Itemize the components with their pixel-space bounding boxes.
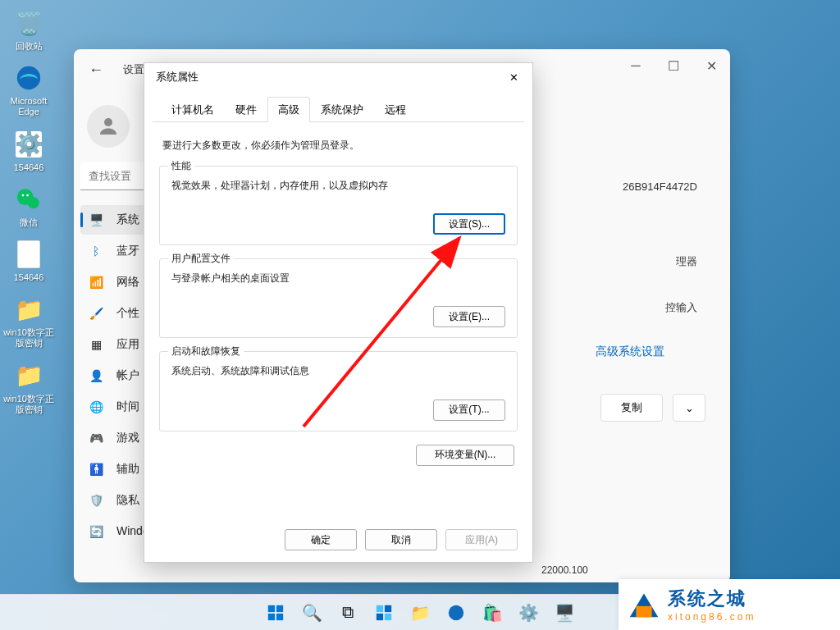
start-button[interactable] xyxy=(261,598,290,628)
nav-label: 帐户 xyxy=(116,368,139,383)
person-icon: 👤 xyxy=(89,368,103,383)
watermark-title: 系统之城 xyxy=(668,587,756,611)
svg-rect-8 xyxy=(276,605,283,611)
settings-title: 设置 xyxy=(123,62,144,77)
desktop-icon-edge[interactable]: Microsoft Edge xyxy=(0,62,57,117)
tab-system-protection[interactable]: 系统保护 xyxy=(310,97,374,122)
file-explorer-button[interactable]: 📁 xyxy=(405,598,435,628)
tab-remote[interactable]: 远程 xyxy=(374,97,417,122)
svg-rect-10 xyxy=(276,613,283,619)
profile-settings-button[interactable]: 设置(E)... xyxy=(433,306,505,327)
desktop-icon-file-1[interactable]: ⚙️ 154646 xyxy=(0,128,57,173)
window-controls: ─ ☐ ✕ xyxy=(617,49,730,82)
update-icon: 🔄 xyxy=(89,524,103,539)
startup-recovery-group: 启动和故障恢复 系统启动、系统故障和调试信息 设置(T)... xyxy=(159,351,518,431)
tab-computer-name[interactable]: 计算机名 xyxy=(161,97,225,122)
advanced-system-settings-link[interactable]: 高级系统设置 xyxy=(596,345,664,359)
desktop-icon-label: 154646 xyxy=(0,272,57,283)
maximize-button[interactable]: ☐ xyxy=(655,49,692,82)
desktop-icon-folder-1[interactable]: 📁 win10数字正版密钥 xyxy=(0,293,57,349)
product-id-fragment: 26B914F4472D xyxy=(623,180,697,193)
text-file-icon xyxy=(12,238,45,271)
watermark-logo-icon xyxy=(625,586,663,623)
dialog-footer: 确定 取消 应用(A) xyxy=(144,521,532,562)
group-title: 启动和故障恢复 xyxy=(168,345,244,358)
settings-taskbar-button[interactable]: ⚙️ xyxy=(514,598,543,628)
dialog-tabs: 计算机名 硬件 高级 系统保护 远程 xyxy=(153,96,524,122)
settings-file-icon: ⚙️ xyxy=(12,128,45,161)
watermark: 系统之城 xitong86.com xyxy=(619,579,840,630)
apps-icon: ▦ xyxy=(89,337,103,352)
nav-label: 辅助 xyxy=(116,462,139,477)
desktop-icon-wechat[interactable]: 微信 xyxy=(0,183,57,228)
app-taskbar-button[interactable]: 🖥️ xyxy=(550,598,579,628)
svg-rect-9 xyxy=(268,613,275,619)
folder-icon: 📁 xyxy=(12,359,45,392)
back-button[interactable]: ← xyxy=(84,57,108,82)
nav-label: 个性 xyxy=(116,306,139,321)
desktop-icon-label: Microsoft Edge xyxy=(0,96,57,117)
version-number: 22000.100 xyxy=(541,564,588,576)
watermark-url: xitong86.com xyxy=(668,611,756,623)
globe-icon: 🌐 xyxy=(89,399,103,414)
performance-settings-button[interactable]: 设置(S)... xyxy=(433,213,505,235)
nav-label: 系统 xyxy=(116,212,139,227)
svg-point-3 xyxy=(22,194,25,196)
search-button[interactable]: 🔍 xyxy=(297,598,326,628)
group-desc: 与登录帐户相关的桌面设置 xyxy=(171,271,505,286)
copy-button[interactable]: 复制 xyxy=(600,394,663,422)
desktop-icon-folder-2[interactable]: 📁 win10数字正版密钥 xyxy=(0,359,57,415)
wechat-icon xyxy=(12,183,45,216)
tab-hardware[interactable]: 硬件 xyxy=(225,97,267,122)
svg-rect-16 xyxy=(636,606,651,617)
desktop-icon-recycle-bin[interactable]: 🗑️ 回收站 xyxy=(0,7,57,52)
user-profile-group: 用户配置文件 与登录帐户相关的桌面设置 设置(E)... xyxy=(159,258,518,338)
cpu-label-fragment: 理器 xyxy=(676,254,697,269)
nav-label: 应用 xyxy=(116,337,139,352)
minimize-button[interactable]: ─ xyxy=(617,49,655,82)
nav-label: 蓝牙 xyxy=(116,244,139,258)
nav-label: 游戏 xyxy=(116,431,139,445)
group-desc: 视觉效果，处理器计划，内存使用，以及虚拟内存 xyxy=(171,178,505,194)
svg-point-15 xyxy=(449,605,463,619)
wifi-icon: 📶 xyxy=(89,275,103,290)
svg-rect-7 xyxy=(268,605,275,611)
dialog-close-button[interactable]: ✕ xyxy=(500,66,527,89)
store-button[interactable]: 🛍️ xyxy=(477,598,507,628)
svg-rect-11 xyxy=(377,605,383,611)
nav-label: 隐私 xyxy=(116,493,139,508)
recycle-bin-icon: 🗑️ xyxy=(12,7,45,39)
svg-rect-14 xyxy=(385,613,391,619)
widgets-button[interactable] xyxy=(369,598,399,628)
desktop-icon-label: 154646 xyxy=(0,162,57,173)
expand-button[interactable]: ⌄ xyxy=(673,394,705,422)
desktop-icon-label: win10数字正版密钥 xyxy=(0,327,57,349)
ok-button[interactable]: 确定 xyxy=(285,529,357,550)
edge-taskbar-button[interactable] xyxy=(441,598,471,628)
desktop-icons: 🗑️ 回收站 Microsoft Edge ⚙️ 154646 微信 15464… xyxy=(0,0,66,425)
dialog-title: 系统属性 xyxy=(156,70,199,84)
avatar-icon xyxy=(87,105,130,148)
dialog-body: 要进行大多数更改，你必须作为管理员登录。 性能 视觉效果，处理器计划，内存使用，… xyxy=(144,122,532,521)
performance-group: 性能 视觉效果，处理器计划，内存使用，以及虚拟内存 设置(S)... xyxy=(159,166,518,245)
cancel-button[interactable]: 取消 xyxy=(365,529,437,550)
svg-point-5 xyxy=(104,118,112,126)
shield-icon: 🛡️ xyxy=(89,493,103,508)
dialog-titlebar[interactable]: 系统属性 ✕ xyxy=(144,63,532,91)
svg-rect-13 xyxy=(377,613,383,619)
gamepad-icon: 🎮 xyxy=(89,431,103,445)
desktop-icon-file-2[interactable]: 154646 xyxy=(0,238,57,283)
desktop-icon-label: win10数字正版密钥 xyxy=(0,394,57,415)
environment-variables-button[interactable]: 环境变量(N)... xyxy=(416,445,514,466)
close-button[interactable]: ✕ xyxy=(692,49,730,82)
startup-settings-button[interactable]: 设置(T)... xyxy=(433,399,505,421)
brush-icon: 🖌️ xyxy=(89,306,103,321)
group-title: 用户配置文件 xyxy=(168,252,234,266)
group-title: 性能 xyxy=(168,159,194,173)
system-properties-dialog: 系统属性 ✕ 计算机名 硬件 高级 系统保护 远程 要进行大多数更改，你必须作为… xyxy=(144,62,533,563)
svg-rect-12 xyxy=(385,605,391,611)
group-desc: 系统启动、系统故障和调试信息 xyxy=(171,363,505,379)
apply-button[interactable]: 应用(A) xyxy=(445,529,518,550)
task-view-button[interactable]: ⧉ xyxy=(333,598,363,628)
tab-advanced[interactable]: 高级 xyxy=(267,97,310,122)
